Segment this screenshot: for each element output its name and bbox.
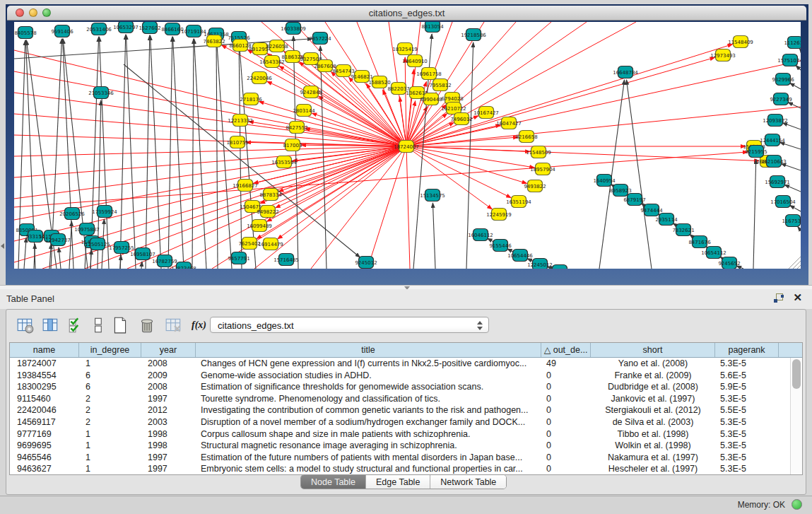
network-canvas[interactable]: 8405578959140620531406106532971527602846… (14, 22, 801, 269)
graph-node[interactable]: 2803144 (293, 105, 315, 117)
graph-node[interactable]: 7857224 (309, 33, 331, 45)
cell-out_de: 0 (541, 452, 591, 464)
graph-node[interactable]: 15692971 (765, 176, 790, 188)
column-header-pagerank[interactable]: pagerank (715, 343, 779, 357)
column-header-year[interactable]: year (141, 343, 196, 357)
graph-node[interactable]: 15134575 (420, 189, 445, 201)
graph-node[interactable]: 1527602 (139, 22, 160, 34)
trash-icon[interactable] (138, 316, 156, 334)
graph-node[interactable]: 11548409 (728, 36, 753, 48)
graph-node[interactable]: 16353594 (271, 156, 297, 168)
graph-node[interactable]: 9245012 (355, 257, 377, 269)
svg-text:1588520: 1588520 (368, 80, 390, 86)
cell-title: Estimation of the future numbers of pati… (196, 452, 541, 464)
graph-node[interactable]: 8813054 (421, 22, 444, 33)
function-icon[interactable]: f(x) (192, 316, 210, 334)
graph-node[interactable]: 7955812 (429, 79, 451, 91)
graph-node[interactable]: 19218586 (461, 29, 486, 41)
float-panel-icon[interactable] (774, 293, 784, 303)
graph-node[interactable]: 7832621 (672, 224, 694, 236)
svg-text:9155446: 9155446 (489, 243, 512, 249)
table-settings-icon[interactable] (16, 316, 35, 334)
graph-node[interactable]: 817003 (283, 139, 302, 151)
graph-node[interactable]: 1640954 (593, 175, 616, 187)
graph-node[interactable]: 10719184 (181, 25, 206, 37)
cell-year: 1997 (141, 452, 196, 464)
row-checks-icon[interactable] (67, 316, 86, 334)
close-panel-icon[interactable]: ✕ (793, 292, 802, 303)
graph-node[interactable]: 1810755 (226, 136, 248, 148)
table-row[interactable]: 1872400712008Changes of HCN gene express… (10, 358, 790, 370)
table-row[interactable]: 1830029562008Estimation of significance … (10, 381, 790, 393)
table-row[interactable]: 946554611997Estimation of the future num… (10, 452, 790, 464)
column-header-title[interactable]: title (196, 343, 541, 357)
rows-icon[interactable] (90, 316, 108, 334)
table-row[interactable]: 977716911998Corpus callosum shape and si… (10, 428, 790, 440)
tab-edge-table[interactable]: Edge Table (366, 475, 430, 489)
graph-node[interactable]: 10653297 (113, 22, 139, 33)
table-row[interactable]: 946362711997Embryonic stem cells: a mode… (10, 463, 790, 474)
graph-node[interactable]: 9493822 (524, 180, 546, 192)
collapse-left-panel-icon[interactable] (1, 243, 4, 249)
graph-node[interactable]: 10654112 (701, 247, 726, 259)
graph-node[interactable]: 1112619 (784, 37, 801, 49)
graph-node[interactable]: 21053346 (88, 87, 114, 99)
graph-node[interactable]: 16033809 (281, 23, 306, 35)
node-table: namein_degreeyeartitle△ out_de...shortpa… (9, 342, 803, 475)
table-row[interactable]: 911546021997Tourette syndrome. Phenomeno… (10, 393, 790, 405)
graph-node[interactable]: 8878334 (259, 189, 282, 201)
cell-title: Genome-wide association studies in ADHD. (196, 370, 541, 382)
tab-network-table[interactable]: Network Table (430, 475, 506, 489)
cell-in_degree: 2 (79, 404, 141, 416)
graph-node[interactable]: 9245652 (718, 257, 740, 269)
graph-node[interactable]: 16961758 (416, 68, 442, 80)
table-row[interactable]: 969969511998Structural magnetic resonanc… (10, 440, 790, 452)
scrollbar-thumb[interactable] (792, 359, 801, 389)
graph-node[interactable]: 1167531 (782, 215, 801, 227)
graph-node[interactable]: 17016504 (770, 196, 796, 208)
sort-ascending-icon: △ (544, 345, 553, 355)
new-document-icon[interactable] (111, 316, 129, 334)
graph-node[interactable]: 20531406 (86, 23, 112, 35)
table-selector-dropdown[interactable]: citations_edges.txt (210, 317, 489, 333)
column-header-name[interactable]: name (10, 343, 79, 357)
column-header-out_de[interactable]: △ out_de... (541, 343, 591, 357)
graph-node[interactable]: 8405578 (14, 27, 36, 39)
graph-node[interactable]: 8427552 (286, 122, 307, 134)
graph-node[interactable]: 18640910 (402, 55, 428, 67)
graph-node[interactable]: 9591406 (51, 25, 73, 37)
graph-node[interactable]: 12973493 (710, 49, 736, 62)
graph-node[interactable]: 16046112 (468, 229, 493, 241)
graph-node[interactable]: 15716485 (273, 254, 299, 266)
table-row[interactable]: 1456911722003Disruption of a novel membe… (10, 416, 790, 428)
tab-node-table[interactable]: Node Table (301, 475, 366, 489)
graph-node[interactable]: 10975887 (74, 223, 100, 235)
graph-node[interactable]: 9227349 (770, 93, 792, 105)
graph-node[interactable]: 11548509 (526, 146, 551, 158)
graph-node[interactable]: 16099489 (247, 220, 272, 232)
window-titlebar[interactable]: citations_edges.txt (7, 6, 806, 21)
graph-node[interactable]: 12093872 (763, 115, 788, 127)
column-select-icon[interactable] (42, 316, 60, 334)
graph-node[interactable]: 8471676 (688, 236, 711, 248)
graph-node[interactable]: 16047427 (496, 117, 522, 129)
citation-network-graph[interactable]: 8405578959140620531406106532971527602846… (14, 22, 801, 269)
graph-node[interactable]: 2935114 (655, 214, 678, 226)
table-row[interactable]: 2242004622012Investigating the contribut… (10, 404, 790, 416)
graph-node[interactable]: 8466160 (161, 23, 183, 35)
graph-node[interactable]: 15751074 (777, 54, 801, 66)
graph-node[interactable]: 8216658 (515, 131, 537, 143)
graph-node[interactable]: 18957904 (530, 163, 555, 175)
cell-short: de Silva et al. (2003) (591, 416, 715, 428)
vertical-scrollbar[interactable] (790, 358, 802, 474)
graph-node[interactable]: 17359924 (92, 206, 117, 218)
graph-node[interactable]: 18325419 (392, 43, 418, 55)
graph-node[interactable]: 16648784 (613, 66, 638, 78)
graph-node[interactable]: 12245919 (486, 209, 512, 221)
cell-year: 1997 (141, 393, 196, 405)
table-row[interactable]: 1938455462009Genome-wide association stu… (10, 370, 790, 382)
column-header-in_degree[interactable]: in_degree (79, 343, 141, 357)
cell-name: 14569117 (10, 416, 79, 428)
cell-year: 2008 (141, 381, 196, 393)
column-header-short[interactable]: short (591, 343, 715, 357)
